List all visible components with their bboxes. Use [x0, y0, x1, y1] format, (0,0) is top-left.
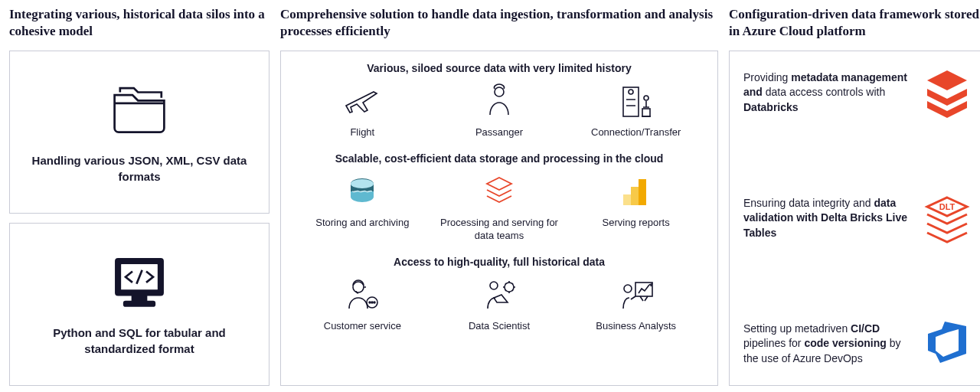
analyst-icon	[617, 276, 655, 315]
svg-rect-10	[639, 179, 646, 205]
row-devops: Setting up metadriven CI/CD pipelines fo…	[743, 316, 975, 371]
col-left-title: Integrating various, historical data sil…	[9, 6, 270, 43]
item-connection: Connection/Transfer	[571, 82, 701, 139]
item-flight: Flight	[298, 82, 427, 139]
passenger-icon	[480, 82, 518, 122]
right-card: Providing metadata management and data a…	[729, 51, 980, 386]
item-serving-reports: Serving reports	[571, 172, 701, 242]
svg-point-13	[353, 282, 364, 292]
svg-text:DLT: DLT	[939, 202, 956, 211]
databricks-stack-icon	[480, 172, 518, 212]
item-customer-service: Customer service	[298, 276, 427, 332]
row-databricks: Providing metadata management and data a…	[743, 65, 975, 120]
item-business-analysts: Business Analysts	[571, 276, 701, 332]
item-passenger: Passanger	[435, 82, 564, 139]
text-databricks: Providing metadata management and data a…	[743, 70, 909, 116]
data-lake-icon	[343, 172, 381, 212]
folder-icon	[105, 80, 174, 142]
item-processing: Processing and serving for data teams	[435, 172, 564, 242]
airplane-icon	[343, 82, 381, 122]
svg-point-20	[624, 285, 632, 292]
svg-point-17	[374, 302, 375, 303]
code-monitor-icon	[105, 252, 174, 315]
azure-devops-icon	[920, 316, 975, 371]
text-dlt: Ensuring data integrity and data validat…	[743, 196, 909, 241]
svg-point-16	[371, 302, 373, 303]
three-column-layout: Integrating various, historical data sil…	[9, 6, 971, 386]
svg-point-18	[490, 282, 498, 289]
row-storage: Storing and archiving Processing and ser…	[298, 172, 701, 242]
row-access: Customer service Data Scientist	[298, 276, 701, 332]
row-dlt: Ensuring data integrity and data validat…	[743, 191, 975, 246]
section-heading-1: Various, siloed source data with very li…	[298, 62, 701, 74]
svg-rect-11	[631, 187, 639, 205]
svg-rect-3	[124, 302, 155, 305]
mid-card: Various, siloed source data with very li…	[280, 51, 718, 386]
section-heading-3: Access to high-quality, full historical …	[298, 256, 701, 268]
svg-point-4	[495, 87, 504, 96]
svg-rect-8	[642, 109, 650, 116]
item-storing: Storing and archiving	[298, 172, 427, 242]
col-mid-title: Comprehensive solution to handle data in…	[280, 6, 718, 43]
svg-rect-12	[623, 194, 631, 205]
item-data-scientist: Data Scientist	[435, 276, 564, 332]
support-icon	[343, 276, 381, 315]
gate-icon	[617, 82, 655, 122]
card-python-sql: Python and SQL for tabular and standardi…	[9, 223, 270, 386]
power-bi-icon	[617, 172, 655, 212]
card-formats-label: Handling various JSON, XML, CSV data for…	[21, 153, 258, 185]
col-left: Integrating various, historical data sil…	[9, 6, 270, 386]
svg-point-6	[629, 90, 633, 94]
text-devops: Setting up metadriven CI/CD pipelines fo…	[743, 322, 909, 367]
section-heading-2: Scalable, cost-efficient data storage an…	[298, 152, 701, 165]
card-python-sql-label: Python and SQL for tabular and standardi…	[21, 325, 258, 357]
svg-point-7	[644, 96, 648, 100]
databricks-logo-icon	[920, 65, 975, 120]
col-right-title: Configuration-driven data framework stor…	[729, 6, 980, 43]
svg-point-9	[351, 179, 374, 188]
dlt-logo-icon: DLT	[920, 191, 975, 246]
row-sources: Flight Passanger	[298, 82, 701, 139]
svg-rect-5	[623, 87, 639, 116]
svg-point-15	[369, 302, 371, 303]
card-formats: Handling various JSON, XML, CSV data for…	[9, 51, 270, 214]
col-right: Configuration-driven data framework stor…	[729, 6, 980, 386]
col-mid: Comprehensive solution to handle data in…	[280, 6, 718, 386]
scientist-icon	[480, 276, 518, 315]
